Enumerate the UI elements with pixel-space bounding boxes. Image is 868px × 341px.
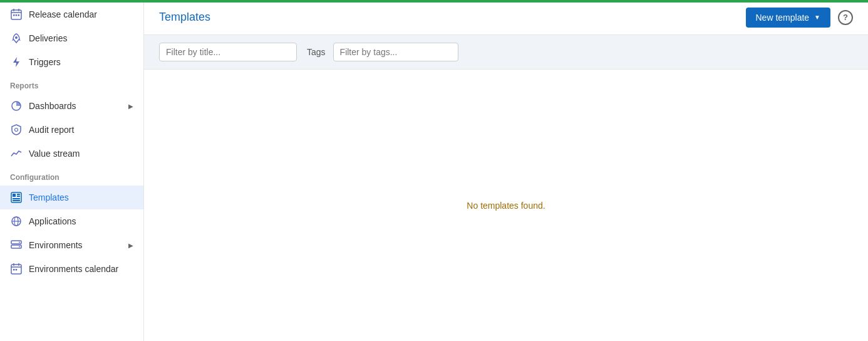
sidebar-item-dashboards[interactable]: Dashboards ▶	[0, 94, 143, 118]
svg-rect-15	[13, 198, 20, 199]
help-label: ?	[843, 13, 848, 22]
sidebar-item-release-calendar-label: Release calendar	[29, 9, 97, 19]
svg-point-23	[19, 246, 20, 248]
sidebar-item-value-stream-label: Value stream	[29, 149, 80, 159]
svg-rect-16	[13, 200, 20, 201]
sidebar-item-release-calendar[interactable]: Release calendar	[0, 3, 143, 26]
sidebar-item-audit-report[interactable]: Audit report	[0, 118, 143, 142]
sidebar-item-environments-label: Environments	[29, 240, 83, 250]
tags-label: Tags	[307, 47, 326, 57]
template-icon	[10, 191, 23, 204]
main-content: Templates New template ▼ ? Tags No templ…	[144, 0, 868, 341]
reports-section-label: Reports	[0, 74, 143, 94]
trend-icon	[10, 147, 23, 160]
calendar2-icon	[10, 263, 23, 275]
svg-point-22	[19, 242, 20, 243]
sidebar-item-triggers-label: Triggers	[29, 57, 61, 67]
help-icon[interactable]: ?	[838, 10, 853, 25]
sidebar-item-dashboards-label: Dashboards	[29, 101, 76, 111]
empty-message: No templates found.	[467, 201, 545, 211]
sidebar-item-deliveries-label: Deliveries	[29, 33, 67, 43]
svg-point-10	[15, 129, 18, 132]
bolt-icon	[10, 56, 23, 68]
header-actions: New template ▼ ?	[746, 8, 854, 28]
svg-rect-29	[16, 269, 18, 271]
sidebar-item-environments-calendar[interactable]: Environments calendar	[0, 257, 143, 281]
sidebar-item-templates-label: Templates	[29, 192, 69, 202]
sidebar-item-environments-calendar-label: Environments calendar	[29, 264, 118, 274]
globe-icon	[10, 215, 23, 228]
content-area: No templates found.	[144, 70, 868, 341]
svg-rect-14	[17, 196, 20, 197]
environments-chevron-icon: ▶	[128, 242, 133, 249]
sidebar-item-templates[interactable]: Templates	[0, 186, 143, 209]
sidebar-item-value-stream[interactable]: Value stream	[0, 142, 143, 165]
server-icon	[10, 239, 23, 251]
new-template-button-label: New template	[756, 13, 810, 23]
dropdown-arrow-icon: ▼	[814, 14, 820, 21]
filters-bar: Tags	[144, 35, 868, 70]
sidebar-item-applications-label: Applications	[29, 216, 76, 226]
filter-tags-input[interactable]	[333, 43, 458, 61]
svg-point-7	[15, 36, 18, 39]
configuration-section-label: Configuration	[0, 165, 143, 186]
sidebar-item-environments[interactable]: Environments ▶	[0, 233, 143, 257]
svg-rect-13	[17, 194, 20, 195]
shield-icon	[10, 123, 23, 136]
calendar-icon	[10, 8, 23, 21]
dashboards-chevron-icon: ▶	[128, 103, 133, 110]
filter-title-input[interactable]	[159, 43, 297, 61]
pie-chart-icon	[10, 100, 23, 112]
rocket-icon	[10, 32, 23, 45]
svg-rect-5	[16, 14, 18, 16]
sidebar-item-audit-report-label: Audit report	[29, 125, 74, 135]
page-title: Templates	[159, 11, 210, 24]
sidebar-item-deliveries[interactable]: Deliveries	[0, 26, 143, 50]
svg-marker-8	[13, 57, 19, 67]
main-header: Templates New template ▼ ?	[144, 0, 868, 35]
svg-rect-28	[13, 269, 15, 271]
sidebar-item-applications[interactable]: Applications	[0, 209, 143, 233]
svg-rect-4	[13, 14, 15, 16]
sidebar: Release calendar Deliveries Triggers Rep…	[0, 0, 144, 341]
svg-rect-6	[18, 14, 20, 16]
new-template-button[interactable]: New template ▼	[746, 8, 831, 28]
sidebar-item-triggers[interactable]: Triggers	[0, 50, 143, 74]
svg-rect-12	[13, 194, 16, 197]
